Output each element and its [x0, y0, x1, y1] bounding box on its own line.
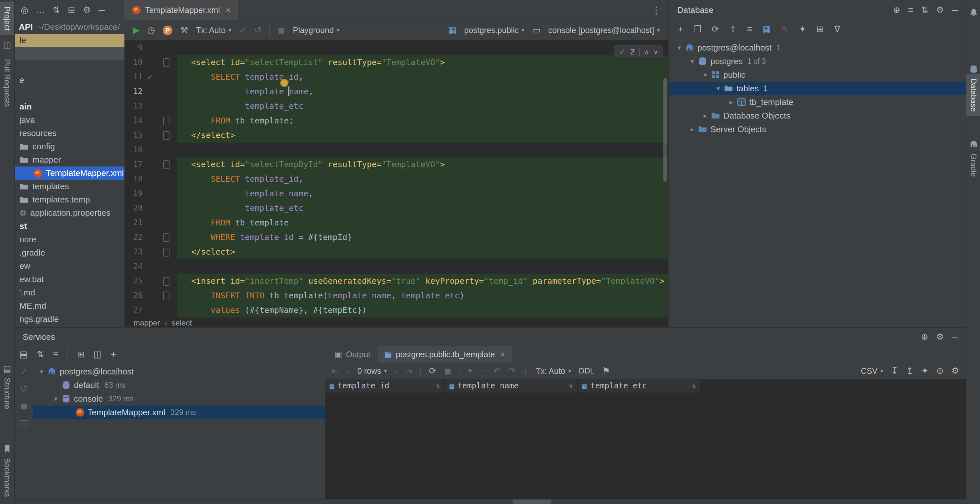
stop-icon[interactable]: ◼	[21, 402, 27, 410]
code-text[interactable]: template_name,	[177, 84, 668, 99]
console-select[interactable]: console [postgres@localhost]▾	[548, 25, 660, 35]
check-icon[interactable]: ✓	[21, 367, 28, 376]
injected-fragment-icon[interactable]	[163, 131, 170, 140]
code-line[interactable]: 24	[124, 259, 668, 274]
revert-icon[interactable]: ↶	[493, 367, 501, 375]
project-tree-item[interactable]	[15, 60, 124, 73]
code-text[interactable]	[177, 143, 668, 157]
add-service-icon[interactable]: +	[111, 350, 116, 359]
column-header[interactable]: ▦template_etc⇅	[578, 379, 701, 393]
rows-count-select[interactable]: 0 rows▾	[358, 366, 387, 376]
tool-button-database[interactable]: Database	[966, 74, 980, 116]
add-row-icon[interactable]: +	[467, 367, 473, 375]
code-line[interactable]: 25<insert id="insertTemp" useGeneratedKe…	[124, 274, 668, 288]
db-node-connection[interactable]: ▾postgres@localhost1	[669, 41, 966, 54]
db-node-database[interactable]: ▾postgres1 of 3	[669, 54, 966, 68]
project-tree-item[interactable]: templates	[15, 180, 124, 193]
stop-icon[interactable]: ◼	[278, 26, 285, 35]
service-session-default[interactable]: default63 ms	[33, 378, 325, 392]
tool-button-services[interactable]: Services	[513, 499, 550, 504]
chevron-right-icon[interactable]: ▸	[699, 112, 711, 119]
editor-options-icon[interactable]: ⋮	[644, 0, 668, 20]
settings-icon[interactable]: ⚙	[936, 333, 944, 342]
breadcrumb-item[interactable]: mapper	[134, 318, 160, 328]
tab-output[interactable]: ▣Output	[328, 346, 377, 363]
notifications-icon[interactable]	[966, 6, 980, 20]
injected-fragment-icon[interactable]	[163, 161, 170, 169]
sessions-icon[interactable]: ≡	[747, 25, 752, 34]
tool-button-bookmarks[interactable]: Bookmarks	[0, 453, 14, 501]
wrench-icon[interactable]: ⚒	[180, 26, 188, 35]
commit-check-icon[interactable]: ✓	[239, 26, 247, 35]
code-text[interactable]: SELECT template_id,	[177, 70, 668, 84]
code-line[interactable]: 27 values (#{tempName}, #{tempEtc})	[124, 303, 668, 318]
project-tree-item[interactable]: e	[15, 73, 124, 87]
code-text[interactable]: template_etc	[177, 99, 668, 113]
playground-select[interactable]: Playground▾	[293, 25, 339, 35]
tool-button-problems[interactable]: Problems	[348, 499, 388, 504]
add-datasource-icon[interactable]: +	[678, 25, 683, 34]
tool-button-todo[interactable]: TODO	[299, 499, 329, 504]
code-text[interactable]: SELECT template_id,	[177, 172, 668, 186]
code-line[interactable]: 10<select id="selectTempList" resultType…	[124, 55, 668, 70]
project-tree-item[interactable]: ngs.gradle	[15, 313, 124, 326]
tool-button-profiler[interactable]: Profiler	[462, 499, 495, 504]
code-text[interactable]: INSERT INTO tb_template(template_name, t…	[177, 288, 668, 303]
injected-fragment-icon[interactable]	[163, 233, 170, 242]
hide-panel-icon[interactable]: ─	[952, 333, 958, 342]
code-line[interactable]: 17<select id="selectTempById" resultType…	[124, 157, 668, 172]
code-line[interactable]: 11✓ SELECT template_id,	[124, 70, 668, 84]
project-tree-item[interactable]: le	[15, 34, 124, 47]
sort-icon[interactable]: ⇅	[921, 6, 929, 14]
tool-button-structure[interactable]: Structure	[0, 373, 14, 413]
project-tree-item[interactable]: .gradle	[15, 246, 124, 259]
tool-button-build[interactable]: Build	[569, 499, 595, 504]
project-tree-item[interactable]: ME.md	[15, 299, 124, 313]
code-text[interactable]: FROM tb_template	[177, 215, 668, 230]
code-text[interactable]: <select id="selectTempById" resultType="…	[177, 157, 668, 172]
chevron-down-icon[interactable]: ▾	[712, 84, 724, 92]
project-tree-item[interactable]: TemplateMapper.xml	[15, 167, 124, 180]
refresh-icon[interactable]: ⟳	[712, 25, 719, 34]
column-header[interactable]: ▦template_name⇅	[445, 379, 578, 393]
schema-icon[interactable]: ▦	[448, 26, 457, 35]
preview-icon[interactable]: ⊙	[936, 367, 944, 375]
filter-icon[interactable]: ≡	[53, 350, 58, 359]
code-line[interactable]: 12 template_name,	[124, 84, 668, 99]
duplicate-icon[interactable]: ❐	[694, 25, 701, 34]
console-icon[interactable]: ▭	[532, 26, 541, 35]
code-text[interactable]: WHERE template_id = #{tempId}	[177, 230, 668, 245]
rollback-icon[interactable]: ↺	[254, 26, 261, 35]
code-text[interactable]: template_name,	[177, 186, 668, 201]
submit-icon[interactable]: ⇧	[730, 25, 737, 34]
tool-button-terminal[interactable]: Terminal	[406, 499, 444, 504]
tree-mode-icon[interactable]: ◫	[94, 350, 102, 359]
download-icon[interactable]: ↧	[891, 367, 898, 375]
code-line[interactable]: 16	[124, 143, 668, 157]
close-tab-icon[interactable]: ×	[500, 350, 505, 359]
db-node-database-objects[interactable]: ▸Database Objects	[669, 109, 966, 122]
new-console-icon[interactable]: ⊞	[817, 25, 824, 34]
next-page-icon[interactable]: ›	[395, 367, 398, 375]
project-tree-item[interactable]: st	[15, 219, 124, 233]
commit-icon[interactable]: ◫	[0, 38, 14, 53]
project-tree-item[interactable]: config	[15, 140, 124, 153]
code-line[interactable]: 21 FROM tb_template	[124, 215, 668, 230]
code-line[interactable]: 20 template_etc	[124, 201, 668, 215]
injected-fragment-icon[interactable]	[163, 291, 170, 300]
project-root-row[interactable]: API ~/Desktop/workspace/	[15, 20, 124, 34]
hide-panel-icon[interactable]: ─	[952, 6, 958, 14]
tool-button-project[interactable]: Project	[0, 2, 14, 35]
first-page-icon[interactable]: ⇤	[331, 367, 339, 375]
group-by-icon[interactable]: ▤	[19, 350, 28, 359]
project-tree-item[interactable]: java	[15, 113, 124, 127]
chevron-right-icon[interactable]: ▸	[725, 98, 737, 106]
code-text[interactable]: <insert id="insertTemp" useGeneratedKeys…	[177, 274, 668, 288]
project-tree-item[interactable]	[15, 87, 124, 100]
redo-icon[interactable]: ↷	[509, 367, 516, 375]
pin-icon[interactable]: ⚑	[602, 367, 610, 375]
ddl-button[interactable]: DDL	[579, 366, 594, 375]
project-tree-item[interactable]: mapper	[15, 153, 124, 167]
code-line[interactable]: 9	[124, 40, 668, 55]
code-text[interactable]: <select id="selectTempList" resultType="…	[177, 55, 668, 70]
